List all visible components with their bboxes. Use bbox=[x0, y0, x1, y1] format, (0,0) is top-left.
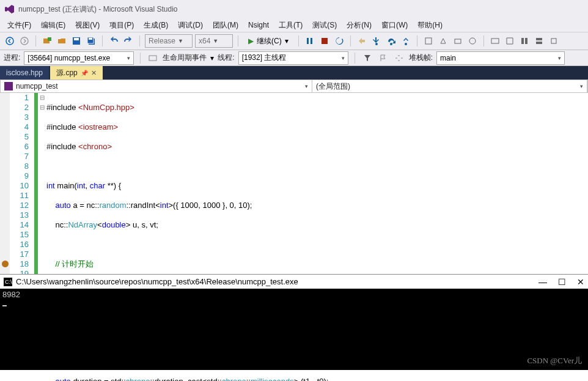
window-title: numcpp_test (正在调试) - Microsoft Visual St… bbox=[18, 4, 178, 15]
new-project-icon[interactable] bbox=[41, 34, 53, 48]
tool-icon-4[interactable] bbox=[466, 34, 479, 48]
flag-icon[interactable] bbox=[377, 51, 389, 65]
svg-rect-23 bbox=[551, 39, 556, 43]
breakpoint-marker[interactable] bbox=[2, 261, 9, 267]
debug-location-toolbar: 进程: [35664] numcpp_test.exe▾ 生命周期事件▾ 线程:… bbox=[0, 50, 588, 66]
threads-icon[interactable] bbox=[393, 51, 405, 65]
svg-rect-24 bbox=[149, 56, 156, 61]
menu-help[interactable]: 帮助(H) bbox=[413, 20, 447, 31]
lifecycle-label: 生命周期事件 bbox=[163, 53, 207, 63]
menu-edit[interactable]: 编辑(E) bbox=[36, 20, 70, 31]
process-label: 进程: bbox=[4, 53, 20, 63]
svg-rect-20 bbox=[525, 38, 527, 44]
continue-button[interactable]: ▶继续(C)▾ bbox=[243, 34, 293, 48]
break-all-icon[interactable] bbox=[304, 34, 316, 48]
watermark: CSDN @CVer儿 bbox=[527, 355, 582, 366]
tool-icon-9[interactable] bbox=[548, 34, 560, 48]
context-row: numcpp_test▾ (全局范围)▾ bbox=[0, 80, 588, 93]
config-combo[interactable]: Release▼ bbox=[145, 34, 193, 48]
svg-text:C:\: C:\ bbox=[5, 279, 12, 285]
console-window: C:\ C:\Users\wangzhenlin\source\repos\nu… bbox=[0, 274, 588, 370]
svg-point-1 bbox=[21, 37, 28, 45]
menu-project[interactable]: 项目(P) bbox=[105, 20, 139, 31]
tool-icon-8[interactable] bbox=[533, 34, 545, 48]
thread-label: 线程: bbox=[218, 53, 234, 63]
menu-bar[interactable]: 文件(F) 编辑(E) 视图(V) 项目(P) 生成(B) 调试(D) 团队(M… bbox=[0, 18, 588, 32]
svg-rect-21 bbox=[536, 38, 542, 40]
tool-icon-1[interactable] bbox=[422, 34, 435, 48]
tab-source-cpp[interactable]: 源.cpp 📌 ✕ bbox=[50, 66, 103, 80]
nav-forward-button[interactable] bbox=[18, 34, 31, 48]
undo-icon[interactable] bbox=[108, 34, 120, 48]
tool-icon-6[interactable] bbox=[504, 34, 516, 48]
editor-workspace: isclose.hpp 源.cpp 📌 ✕ bbox=[0, 66, 588, 80]
code-editor[interactable]: 12345678910111213141516171819 ⊟⊟ #includ… bbox=[0, 93, 588, 274]
svg-rect-15 bbox=[425, 38, 432, 44]
project-context-combo[interactable]: numcpp_test▾ bbox=[1, 80, 312, 92]
svg-rect-16 bbox=[455, 39, 461, 43]
restart-icon[interactable] bbox=[333, 34, 345, 48]
menu-analyze[interactable]: 分析(N) bbox=[342, 20, 377, 31]
tab-isclose[interactable]: isclose.hpp bbox=[0, 66, 49, 80]
svg-rect-3 bbox=[48, 37, 51, 41]
step-into-icon[interactable] bbox=[370, 34, 383, 48]
svg-point-13 bbox=[390, 43, 392, 45]
svg-rect-11 bbox=[322, 38, 328, 44]
thread-combo[interactable]: [1932] 主线程▾ bbox=[238, 51, 348, 65]
svg-rect-5 bbox=[74, 38, 79, 40]
menu-view[interactable]: 视图(V) bbox=[70, 20, 105, 31]
console-titlebar[interactable]: C:\ C:\Users\wangzhenlin\source\repos\nu… bbox=[0, 274, 588, 289]
menu-tools[interactable]: 工具(T) bbox=[274, 20, 307, 31]
svg-rect-25 bbox=[4, 82, 13, 91]
redo-icon[interactable] bbox=[122, 34, 134, 48]
open-file-icon[interactable] bbox=[56, 34, 68, 48]
console-output[interactable]: 8982 bbox=[0, 289, 588, 309]
step-over-icon[interactable] bbox=[385, 34, 397, 48]
filter-icon[interactable] bbox=[361, 51, 373, 65]
show-next-statement-icon[interactable] bbox=[356, 34, 368, 48]
fold-margin[interactable]: ⊟⊟ bbox=[38, 93, 46, 274]
scope-context-combo[interactable]: (全局范围)▾ bbox=[312, 80, 587, 92]
menu-team[interactable]: 团队(M) bbox=[208, 20, 243, 31]
menu-build[interactable]: 生成(B) bbox=[139, 20, 173, 31]
close-icon[interactable]: ✕ bbox=[91, 69, 97, 77]
breakpoint-margin[interactable] bbox=[0, 93, 10, 274]
stackframe-label: 堆栈帧: bbox=[409, 53, 433, 63]
svg-point-0 bbox=[6, 37, 13, 45]
menu-window[interactable]: 窗口(W) bbox=[377, 20, 413, 31]
maximize-button[interactable]: ☐ bbox=[558, 277, 566, 287]
nav-back-button[interactable] bbox=[4, 34, 16, 48]
process-combo[interactable]: [35664] numcpp_test.exe▾ bbox=[24, 51, 134, 65]
svg-point-17 bbox=[469, 38, 476, 44]
tab-strip: isclose.hpp 源.cpp 📌 ✕ bbox=[0, 66, 588, 80]
stop-debug-icon[interactable] bbox=[318, 34, 331, 48]
tool-icon-2[interactable] bbox=[437, 34, 449, 48]
menu-debug[interactable]: 调试(D) bbox=[173, 20, 208, 31]
tool-icon-3[interactable] bbox=[452, 34, 464, 48]
pin-icon[interactable]: 📌 bbox=[81, 70, 87, 76]
tool-icon-7[interactable] bbox=[518, 34, 531, 48]
save-icon[interactable] bbox=[70, 34, 83, 48]
svg-point-12 bbox=[375, 43, 378, 45]
menu-file[interactable]: 文件(F) bbox=[2, 20, 36, 31]
window-titlebar: numcpp_test (正在调试) - Microsoft Visual St… bbox=[0, 0, 588, 18]
vs-logo-icon bbox=[5, 4, 15, 14]
tool-icon-5[interactable] bbox=[489, 34, 501, 48]
main-toolbar: Release▼ x64▼ ▶继续(C)▾ bbox=[0, 32, 588, 50]
step-out-icon[interactable] bbox=[400, 34, 412, 48]
save-all-icon[interactable] bbox=[85, 34, 97, 48]
cpp-icon bbox=[4, 82, 13, 91]
lifecycle-icon[interactable] bbox=[147, 51, 159, 65]
console-app-icon: C:\ bbox=[4, 278, 12, 286]
svg-rect-10 bbox=[311, 38, 312, 44]
stackframe-combo[interactable]: main▾ bbox=[436, 51, 565, 65]
svg-rect-8 bbox=[89, 38, 92, 40]
minimize-button[interactable]: — bbox=[538, 277, 547, 287]
svg-point-14 bbox=[405, 43, 407, 45]
menu-test[interactable]: 测试(S) bbox=[307, 20, 342, 31]
platform-combo[interactable]: x64▼ bbox=[195, 34, 233, 48]
code-area[interactable]: #include <NumCpp.hpp> #include <iostream… bbox=[46, 93, 588, 274]
svg-rect-9 bbox=[307, 38, 309, 44]
menu-nsight[interactable]: Nsight bbox=[243, 21, 274, 29]
close-button[interactable]: ✕ bbox=[577, 277, 584, 287]
